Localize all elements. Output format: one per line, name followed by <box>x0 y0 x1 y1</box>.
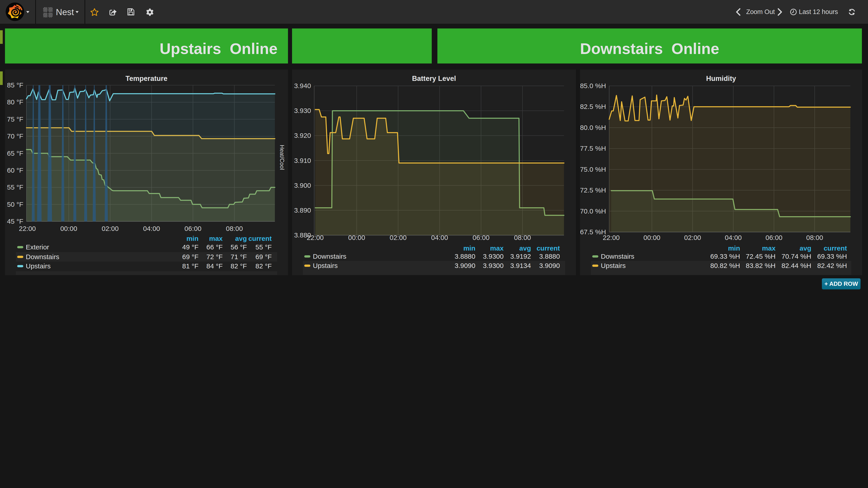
svg-text:02:00: 02:00 <box>102 225 119 232</box>
svg-text:02:00: 02:00 <box>390 234 407 241</box>
svg-text:70.0 %H: 70.0 %H <box>580 207 606 215</box>
svg-text:00:00: 00:00 <box>348 234 365 241</box>
svg-text:82.5 %H: 82.5 %H <box>580 103 606 110</box>
svg-text:00:00: 00:00 <box>643 234 660 241</box>
svg-text:60 °F: 60 °F <box>7 166 23 174</box>
svg-text:00:00: 00:00 <box>60 225 77 232</box>
svg-text:08:00: 08:00 <box>226 225 243 232</box>
svg-text:08:00: 08:00 <box>514 234 531 241</box>
svg-text:22:00: 22:00 <box>307 234 324 241</box>
svg-text:3.890: 3.890 <box>294 206 311 214</box>
svg-text:45 °F: 45 °F <box>7 218 23 225</box>
svg-text:3.900: 3.900 <box>294 182 311 189</box>
svg-text:67.5 %H: 67.5 %H <box>580 228 606 236</box>
svg-text:70 °F: 70 °F <box>7 132 23 140</box>
svg-text:04:00: 04:00 <box>431 234 448 241</box>
svg-text:06:00: 06:00 <box>473 234 490 241</box>
svg-text:3.920: 3.920 <box>294 132 311 139</box>
svg-text:50 °F: 50 °F <box>7 201 23 208</box>
svg-text:04:00: 04:00 <box>143 225 160 232</box>
svg-text:08:00: 08:00 <box>806 234 823 241</box>
svg-text:77.5 %H: 77.5 %H <box>580 144 606 152</box>
svg-text:22:00: 22:00 <box>19 225 36 232</box>
svg-text:72.5 %H: 72.5 %H <box>580 186 606 194</box>
svg-text:65 °F: 65 °F <box>7 150 23 157</box>
svg-text:80.0 %H: 80.0 %H <box>580 124 606 131</box>
svg-text:04:00: 04:00 <box>725 234 742 241</box>
svg-text:06:00: 06:00 <box>184 225 202 232</box>
svg-text:02:00: 02:00 <box>684 234 701 241</box>
svg-text:06:00: 06:00 <box>765 234 782 241</box>
svg-text:85.0 %H: 85.0 %H <box>580 82 606 90</box>
svg-text:75 °F: 75 °F <box>7 116 23 123</box>
svg-text:3.940: 3.940 <box>294 82 311 90</box>
svg-text:3.930: 3.930 <box>294 107 311 114</box>
svg-text:75.0 %H: 75.0 %H <box>580 166 606 173</box>
svg-text:80 °F: 80 °F <box>7 98 23 106</box>
svg-text:85 °F: 85 °F <box>7 81 23 89</box>
svg-text:55 °F: 55 °F <box>7 184 23 191</box>
svg-text:22:00: 22:00 <box>602 234 620 241</box>
svg-text:3.910: 3.910 <box>294 157 311 164</box>
